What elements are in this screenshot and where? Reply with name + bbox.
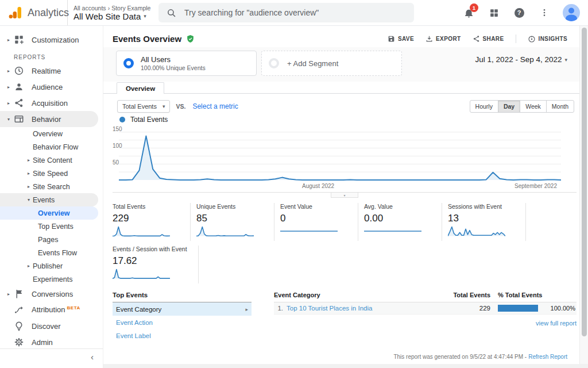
person-icon <box>563 4 580 21</box>
sidebar-item-events-overview[interactable]: Overview <box>0 206 98 220</box>
product-name: Analytics <box>28 7 69 19</box>
apps-button[interactable] <box>487 6 501 20</box>
sidebar-item-site-speed[interactable]: ▸ Site Speed <box>0 167 103 180</box>
dimension-event-label[interactable]: Event Label <box>113 329 252 342</box>
sidebar-item-acquisition[interactable]: ▸ Acquisition <box>0 95 103 111</box>
sidebar-item-behavior-overview[interactable]: Overview <box>0 127 103 140</box>
tab-overview[interactable]: Overview <box>117 82 164 94</box>
sidebar-item-realtime[interactable]: ▸ Realtime <box>0 63 103 79</box>
page-title: Events Overview <box>113 34 181 44</box>
legend-label: Total Events <box>130 116 168 124</box>
notification-badge: 1 <box>470 3 478 12</box>
sidebar-item-events-flow[interactable]: Events Flow <box>0 246 103 259</box>
sparkline <box>448 225 505 237</box>
audience-icon <box>14 82 26 92</box>
sidebar-item-conversions[interactable]: ▸ Conversions <box>0 286 103 302</box>
sidebar-item-site-content[interactable]: ▸ Site Content <box>0 154 103 167</box>
date-range-selector[interactable]: Jul 1, 2022 - Sep 4, 2022 ▾ <box>475 55 567 64</box>
analytics-logo[interactable]: Analytics <box>0 0 68 25</box>
conversions-icon <box>14 289 26 299</box>
breadcrumb-root[interactable]: All accounts <box>74 5 106 12</box>
verified-shield-icon <box>186 34 195 43</box>
sidebar-item-admin[interactable]: Admin <box>0 334 103 350</box>
chart-collapse-tab[interactable]: ▾ <box>331 193 358 198</box>
sidebar-item-events[interactable]: ▾ Events <box>0 193 98 206</box>
sidebar-item-label: Admin <box>32 338 53 347</box>
metric-card-unique-events: Unique Events 85 <box>196 203 274 241</box>
expand-arrow-icon: ▸ <box>25 263 33 269</box>
event-category-link[interactable]: Top 10 Tourist Places in India <box>287 305 451 312</box>
sidebar-item-site-search[interactable]: ▸ Site Search <box>0 180 103 193</box>
chart-plot-area <box>119 127 561 181</box>
segment-detail: 100.00% Unique Events <box>141 64 206 71</box>
metric-card-events-per-session: Events / Session with Event 17.62 <box>113 246 199 283</box>
search-input[interactable] <box>183 7 406 18</box>
select-metric-link[interactable]: Select a metric <box>192 102 238 110</box>
view-full-report-link[interactable]: view full report <box>274 320 577 327</box>
beta-badge: BETA <box>67 305 80 310</box>
realtime-icon <box>14 66 26 76</box>
segment-ring-icon <box>123 58 134 68</box>
metric-selector-dropdown[interactable]: Total Events ▾ <box>117 100 170 113</box>
account-avatar[interactable] <box>563 4 580 21</box>
breadcrumb-current[interactable]: Story Example <box>111 5 150 12</box>
granularity-week-button[interactable]: Week <box>520 100 547 113</box>
more-options-button[interactable] <box>537 6 551 20</box>
sidebar-item-label: Realtime <box>32 67 61 75</box>
toolbar-divider <box>516 34 516 43</box>
col-percent-total: % Total Events <box>490 292 577 298</box>
sidebar-item-discover[interactable]: Discover <box>0 318 103 334</box>
sidebar-item-publisher[interactable]: ▸ Publisher <box>0 259 103 273</box>
sidebar-item-experiments[interactable]: Experiments <box>0 273 103 286</box>
sparkline <box>196 225 254 237</box>
expand-arrow-icon: ▸ <box>5 37 13 43</box>
search-bar[interactable] <box>158 3 414 22</box>
sidebar-item-customization[interactable]: ▸ Customization <box>0 32 103 48</box>
sparkline <box>113 268 170 279</box>
metric-card-sessions-with-event: Sessions with Event 13 <box>448 203 526 241</box>
refresh-report-link[interactable]: Refresh Report <box>528 354 567 360</box>
vertical-scrollbar[interactable] <box>579 26 588 368</box>
sidebar-item-label: Acquisition <box>32 99 68 108</box>
share-button[interactable]: SHARE <box>473 35 504 43</box>
sidebar-item-pages[interactable]: Pages <box>0 233 103 246</box>
col-event-category: Event Category <box>274 292 439 298</box>
add-segment-button[interactable]: + Add Segment <box>261 51 402 76</box>
sidebar-item-attribution[interactable]: AttributionBETA <box>0 302 103 318</box>
sidebar-item-label: Discover <box>32 322 61 331</box>
behavior-icon <box>14 114 26 124</box>
collapse-arrow-icon: ▾ <box>5 117 13 122</box>
help-icon: ? <box>514 8 524 18</box>
property-selector[interactable]: All Web Site Data ▾ <box>74 12 155 21</box>
granularity-day-button[interactable]: Day <box>498 100 520 113</box>
collapse-sidebar-icon[interactable]: ‹ <box>91 352 94 362</box>
row-percent: 100.00% <box>544 305 575 312</box>
sidebar-item-top-events[interactable]: Top Events <box>0 220 103 233</box>
export-button[interactable]: EXPORT <box>425 35 461 43</box>
report-footer: This report was generated on 9/5/22 at 4… <box>393 354 567 360</box>
download-icon <box>425 35 433 43</box>
sidebar-item-behavior[interactable]: ▾ Behavior <box>0 111 98 127</box>
acquisition-icon <box>14 98 26 108</box>
chart-controls: Total Events ▾ VS. Select a metric Hourl… <box>103 94 588 113</box>
table-row: 1. Top 10 Tourist Places in India 229 10… <box>274 302 577 315</box>
granularity-hourly-button[interactable]: Hourly <box>470 100 498 113</box>
dimension-event-action[interactable]: Event Action <box>113 316 252 329</box>
chevron-right-icon: ▸ <box>245 306 248 312</box>
dimension-event-category[interactable]: Event Category ▸ <box>113 302 252 316</box>
help-button[interactable]: ? <box>512 6 526 20</box>
segment-all-users[interactable]: All Users 100.00% Unique Events <box>116 51 257 76</box>
percent-bar-track <box>498 305 538 312</box>
save-icon <box>388 35 395 43</box>
metric-cards: Total Events 229 Unique Events 85 Event … <box>103 198 588 283</box>
granularity-month-button[interactable]: Month <box>546 100 574 113</box>
sidebar-nav: ▸ Customization REPORTS ▸ Realtime ▸ Aud <box>0 26 103 368</box>
save-button[interactable]: SAVE <box>388 35 414 43</box>
insights-button[interactable]: INSIGHTS <box>528 35 567 43</box>
sidebar-item-label: Customization <box>32 36 79 44</box>
notifications-button[interactable]: 1 <box>462 6 475 20</box>
scrollbar-thumb[interactable] <box>582 28 587 336</box>
sidebar-item-behavior-flow[interactable]: Behavior Flow <box>0 140 103 154</box>
sidebar-item-audience[interactable]: ▸ Audience <box>0 79 103 95</box>
sidebar-item-label: Conversions <box>32 290 73 298</box>
